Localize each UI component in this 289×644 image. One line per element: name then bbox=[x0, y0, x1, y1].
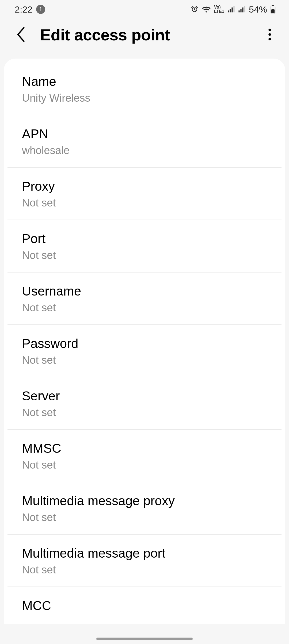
setting-value: Not set bbox=[22, 197, 267, 209]
volte-icon: Vo)LTE1 bbox=[214, 5, 224, 14]
battery-percent: 54% bbox=[249, 4, 267, 15]
setting-title: MMSC bbox=[22, 441, 267, 456]
setting-value: Not set bbox=[22, 354, 267, 366]
setting-mms-port[interactable]: Multimedia message port Not set bbox=[7, 535, 282, 587]
setting-username[interactable]: Username Not set bbox=[7, 273, 282, 325]
status-bar-right: Vo)LTE1 54% bbox=[191, 4, 276, 15]
setting-mms-proxy[interactable]: Multimedia message proxy Not set bbox=[7, 482, 282, 535]
status-bar: 2:22 1 Vo)LTE1 54% bbox=[0, 0, 289, 19]
signal-1-icon bbox=[227, 5, 235, 13]
notification-count-badge: 1 bbox=[36, 5, 45, 14]
settings-card: Name Unity Wireless APN wholesale Proxy … bbox=[4, 59, 285, 624]
app-header: Edit access point bbox=[0, 19, 289, 59]
more-vertical-icon bbox=[268, 29, 271, 41]
setting-value: Not set bbox=[22, 407, 267, 419]
svg-point-4 bbox=[268, 33, 271, 36]
alarm-icon bbox=[191, 5, 199, 13]
setting-title: Multimedia message proxy bbox=[22, 493, 267, 508]
setting-value: Not set bbox=[22, 459, 267, 471]
back-button[interactable] bbox=[12, 26, 29, 44]
setting-title: Name bbox=[22, 74, 267, 89]
home-indicator[interactable] bbox=[96, 638, 193, 640]
status-bar-left: 2:22 1 bbox=[15, 4, 45, 15]
page-title: Edit access point bbox=[40, 26, 261, 44]
setting-title: Server bbox=[22, 389, 267, 403]
setting-value: wholesale bbox=[22, 144, 267, 156]
setting-title: Multimedia message port bbox=[22, 546, 267, 561]
setting-value: Not set bbox=[22, 564, 267, 576]
more-options-button[interactable] bbox=[261, 26, 278, 44]
setting-name[interactable]: Name Unity Wireless bbox=[7, 59, 282, 115]
setting-value: Not set bbox=[22, 302, 267, 314]
setting-server[interactable]: Server Not set bbox=[7, 377, 282, 430]
setting-title: Port bbox=[22, 231, 267, 246]
svg-rect-2 bbox=[271, 9, 275, 13]
setting-title: Password bbox=[22, 336, 267, 351]
setting-title: Proxy bbox=[22, 179, 267, 194]
setting-title: Username bbox=[22, 284, 267, 298]
battery-icon bbox=[270, 5, 276, 14]
svg-point-3 bbox=[268, 29, 271, 31]
setting-mmsc[interactable]: MMSC Not set bbox=[7, 430, 282, 482]
setting-port[interactable]: Port Not set bbox=[7, 220, 282, 273]
setting-mcc[interactable]: MCC bbox=[7, 587, 282, 624]
setting-value: Unity Wireless bbox=[22, 92, 267, 104]
signal-2-icon bbox=[238, 5, 246, 13]
svg-point-5 bbox=[268, 38, 271, 40]
status-time: 2:22 bbox=[15, 4, 32, 15]
chevron-left-icon bbox=[16, 27, 26, 43]
svg-rect-0 bbox=[272, 5, 274, 6]
setting-password[interactable]: Password Not set bbox=[7, 325, 282, 377]
setting-title: MCC bbox=[22, 598, 267, 613]
setting-title: APN bbox=[22, 126, 267, 141]
setting-apn[interactable]: APN wholesale bbox=[7, 115, 282, 168]
setting-value: Not set bbox=[22, 511, 267, 523]
wifi-icon bbox=[202, 5, 211, 13]
setting-value: Not set bbox=[22, 249, 267, 261]
setting-proxy[interactable]: Proxy Not set bbox=[7, 168, 282, 220]
